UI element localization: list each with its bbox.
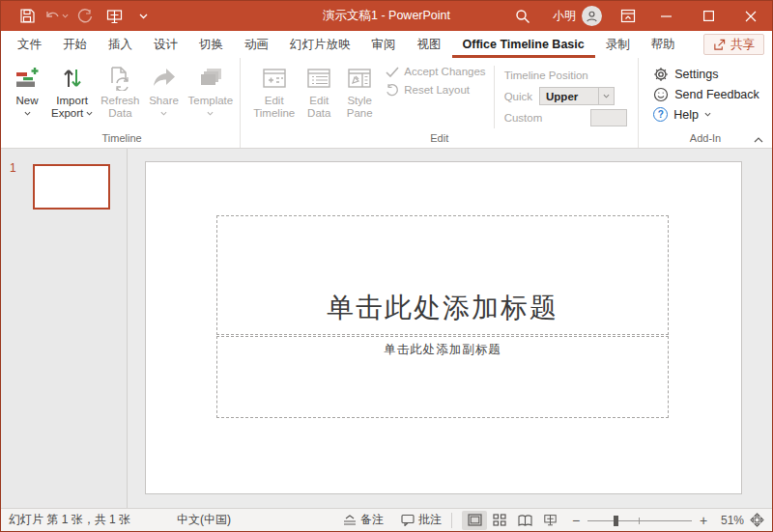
account-name[interactable]: 小明 [553,8,576,24]
share-button[interactable]: 共享 [703,34,764,55]
chevron-down-icon [24,111,31,116]
zoom-slider-thumb[interactable] [614,516,618,526]
reset-icon [386,83,399,97]
search-icon[interactable] [506,1,539,31]
notes-icon [343,515,357,526]
quick-label: Quick [504,91,532,102]
send-feedback-button[interactable]: Send Feedback [653,87,759,102]
slide-editor: 单击此处添加标题 单击此处添加副标题 [128,149,772,508]
avatar[interactable] [582,6,602,26]
redo-icon[interactable] [72,4,98,29]
comment-icon [401,514,415,526]
template-icon [198,64,223,93]
refresh-data-button[interactable]: Refresh Data [97,62,143,120]
gear-icon [653,67,669,82]
style-pane-icon [347,64,372,93]
tab-view[interactable]: 视图 [407,31,452,58]
new-timeline-button[interactable]: New [7,62,47,120]
tab-animations[interactable]: 动画 [234,31,279,58]
maximize-button[interactable] [687,1,730,31]
reset-layout-button[interactable]: Reset Layout [386,83,485,97]
title-placeholder[interactable]: 单击此处添加标题 [216,215,669,335]
tab-record[interactable]: 录制 [595,31,641,58]
reading-view-button[interactable] [512,511,537,530]
notes-toggle[interactable]: 备注 [343,512,384,528]
minimize-button[interactable] [644,1,687,31]
divider [494,66,495,128]
comments-toggle[interactable]: 批注 [401,512,442,528]
custom-label: Custom [504,112,543,124]
save-icon[interactable] [14,4,40,29]
normal-view-button[interactable] [462,511,487,530]
ribbon-group-addin: Settings Send Feedback ? Help [639,58,773,148]
tab-file[interactable]: 文件 [7,31,52,58]
close-button[interactable] [730,1,772,31]
tab-slideshow[interactable]: 幻灯片放映 [279,31,361,58]
ribbon: New Import Export [1,58,772,149]
chevron-down-icon [207,111,214,116]
workspace: 1 单击此处添加标题 单击此处添加副标题 [1,149,772,508]
edit-data-button[interactable]: Edit Data [299,62,339,120]
zoom-out-button[interactable]: − [570,513,582,528]
timeline-position-section: Timeline Position Quick Upper Custom [497,62,636,126]
customize-qat-chevron-icon[interactable] [130,4,156,29]
tab-home[interactable]: 开始 [52,31,98,58]
collapse-ribbon-button[interactable] [754,137,763,143]
titlebar: 演示文稿1 - PowerPoint 小明 [1,1,772,31]
powerpoint-window: 演示文稿1 - PowerPoint 小明 [0,0,773,532]
accept-changes-button[interactable]: Accept Changes [386,66,485,77]
titlebar-right: 小明 [506,1,772,31]
undo-icon[interactable] [43,4,69,29]
ribbon-tab-row: 文件 开始 插入 设计 切换 动画 幻灯片放映 审阅 视图 Office Tim… [1,31,772,58]
slide-number: 1 [10,161,16,175]
group-label-timeline: Timeline [7,132,237,148]
divider [451,513,452,528]
tab-design[interactable]: 设计 [143,31,188,58]
help-button[interactable]: ? Help [653,107,759,122]
tab-office-timeline-basic[interactable]: Office Timeline Basic [452,31,595,58]
chevron-down-icon [160,111,167,116]
slide-thumbnail-panel: 1 [1,149,128,508]
subtitle-placeholder-text: 单击此处添加副标题 [384,342,501,358]
slide-thumbnail[interactable] [33,164,110,210]
slide-canvas[interactable]: 单击此处添加标题 单击此处添加副标题 [145,161,742,494]
slide-sorter-view-button[interactable] [487,511,512,530]
share-timeline-button[interactable]: Share [144,62,185,120]
tab-insert[interactable]: 插入 [98,31,143,58]
zoom-in-button[interactable]: + [698,513,709,528]
settings-button[interactable]: Settings [653,67,759,82]
group-label-edit: Edit [243,132,635,148]
subtitle-placeholder[interactable]: 单击此处添加副标题 [216,336,669,418]
zoom-level[interactable]: 51% [715,514,744,527]
chevron-down-icon [86,111,93,116]
normal-view-icon [468,514,482,526]
title-placeholder-text: 单击此处添加标题 [327,290,558,326]
language-indicator[interactable]: 中文(中国) [177,512,231,528]
start-slideshow-icon[interactable] [101,4,127,29]
share-icon [713,39,726,51]
tab-review[interactable]: 审阅 [361,31,407,58]
fit-to-window-icon[interactable] [750,513,764,527]
ribbon-group-edit: Edit Timeline Edit Data [241,58,639,148]
share-arrow-icon [152,64,177,93]
tab-help[interactable]: 帮助 [641,31,686,58]
timeline-position-label: Timeline Position [504,70,588,81]
ribbon-display-options-icon[interactable] [612,1,644,31]
refresh-data-icon [107,64,132,93]
reading-view-icon [518,515,532,526]
zoom-controls: − + 51% [570,513,764,528]
quick-position-dropdown[interactable]: Upper [539,87,615,105]
status-bar: 幻灯片 第 1 张，共 1 张 中文(中国) 备注 批注 [1,508,772,531]
template-button[interactable]: Template [185,62,238,120]
slide-counter[interactable]: 幻灯片 第 1 张，共 1 张 [9,512,130,528]
zoom-slider[interactable] [587,514,692,527]
group-label-addin: Add-In [642,132,769,148]
edit-timeline-icon [262,64,287,93]
style-pane-button[interactable]: Style Pane [339,62,380,120]
import-export-button[interactable]: Import Export [47,62,97,120]
tab-transitions[interactable]: 切换 [188,31,234,58]
slideshow-view-button[interactable] [537,511,562,530]
chevron-down-icon[interactable] [598,88,614,104]
edit-timeline-button[interactable]: Edit Timeline [243,62,299,120]
custom-position-input[interactable] [590,109,627,126]
